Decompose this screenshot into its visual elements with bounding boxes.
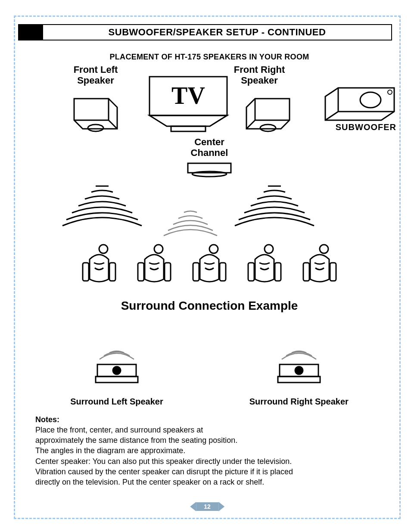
svg-rect-20 bbox=[248, 263, 254, 281]
notes-line: approximately the same distance from the… bbox=[35, 435, 383, 445]
svg-point-26 bbox=[113, 367, 121, 374]
svg-rect-24 bbox=[330, 263, 336, 281]
page-badge-right-icon bbox=[218, 502, 224, 511]
svg-point-16 bbox=[209, 245, 218, 253]
person-icon bbox=[298, 241, 341, 286]
surround-left-col: Surround Left Speaker bbox=[70, 347, 163, 407]
tv-label: TV bbox=[171, 82, 205, 109]
placement-diagram: Front Left Speaker Front Right Speaker T… bbox=[35, 64, 383, 142]
svg-point-3 bbox=[260, 124, 276, 131]
svg-point-10 bbox=[99, 245, 108, 253]
notes-heading: Notes: bbox=[35, 414, 383, 425]
person-icon bbox=[133, 241, 176, 286]
section-title-bar: SUBWOOFER/SPEAKER SETUP - CONTINUED bbox=[18, 24, 392, 40]
front-right-speaker-icon bbox=[242, 94, 294, 139]
label-subwoofer: SUBWOOFER bbox=[336, 122, 396, 132]
notes-line: Vibration caused by the center speaker c… bbox=[35, 467, 383, 477]
surround-left-speaker-icon bbox=[89, 347, 145, 386]
center-speaker-icon bbox=[35, 161, 383, 180]
page-number-badge: 12 bbox=[190, 502, 224, 511]
notes-line: The angles in the diagram are approximat… bbox=[35, 445, 383, 456]
notes-line: Center speaker: You can also put this sp… bbox=[35, 456, 383, 467]
svg-rect-15 bbox=[165, 263, 171, 281]
svg-rect-27 bbox=[96, 376, 138, 383]
placement-title: PLACEMENT OF HT-175 SPEAKERS IN YOUR ROO… bbox=[35, 53, 383, 62]
svg-rect-11 bbox=[83, 263, 89, 281]
section-title-blackbox bbox=[19, 25, 43, 40]
svg-point-19 bbox=[265, 245, 273, 253]
svg-point-4 bbox=[360, 92, 381, 108]
svg-rect-12 bbox=[109, 263, 115, 281]
surround-speakers-row: Surround Left Speaker Surround Right Spe… bbox=[35, 347, 383, 407]
label-center-channel: Center Channel bbox=[181, 137, 237, 159]
label-surround-right: Surround Right Speaker bbox=[249, 396, 349, 407]
svg-point-22 bbox=[320, 245, 328, 253]
surround-right-speaker-icon bbox=[271, 347, 327, 386]
wave-front-right-icon bbox=[234, 184, 315, 229]
svg-point-5 bbox=[388, 90, 392, 94]
person-icon bbox=[243, 241, 286, 286]
svg-point-29 bbox=[295, 367, 303, 374]
svg-rect-1 bbox=[171, 126, 206, 131]
page-number: 12 bbox=[196, 502, 218, 511]
svg-rect-18 bbox=[220, 263, 226, 281]
soundwave-row bbox=[35, 184, 383, 245]
svg-point-13 bbox=[154, 245, 163, 253]
label-front-right: Front Right Speaker bbox=[221, 64, 298, 86]
page-content: SUBWOOFER/SPEAKER SETUP - CONTINUED PLAC… bbox=[14, 16, 401, 519]
wave-front-left-icon bbox=[61, 184, 143, 229]
notes-line: directly on the television. Put the cent… bbox=[35, 477, 383, 487]
section-title: SUBWOOFER/SPEAKER SETUP - CONTINUED bbox=[43, 27, 391, 38]
tv-illustration: TV bbox=[147, 75, 229, 126]
svg-rect-30 bbox=[278, 376, 320, 383]
svg-point-2 bbox=[88, 124, 103, 131]
svg-rect-14 bbox=[138, 263, 144, 281]
notes-section: Notes: Place the front, center, and surr… bbox=[35, 414, 383, 488]
front-left-speaker-icon bbox=[70, 94, 121, 139]
svg-rect-23 bbox=[303, 263, 309, 281]
label-surround-left: Surround Left Speaker bbox=[70, 396, 163, 407]
subwoofer-icon bbox=[323, 86, 396, 126]
person-icon bbox=[188, 241, 231, 286]
svg-rect-21 bbox=[275, 263, 281, 281]
svg-rect-17 bbox=[193, 263, 199, 281]
surround-connection-title: Surround Connection Example bbox=[35, 299, 383, 313]
person-icon bbox=[78, 241, 121, 286]
label-front-left: Front Left Speaker bbox=[61, 64, 130, 86]
wave-center-icon bbox=[160, 208, 221, 240]
audience-row bbox=[35, 241, 383, 286]
page-badge-left-icon bbox=[190, 502, 196, 511]
notes-line: Place the front, center, and surround sp… bbox=[35, 425, 383, 435]
surround-right-col: Surround Right Speaker bbox=[249, 347, 349, 407]
